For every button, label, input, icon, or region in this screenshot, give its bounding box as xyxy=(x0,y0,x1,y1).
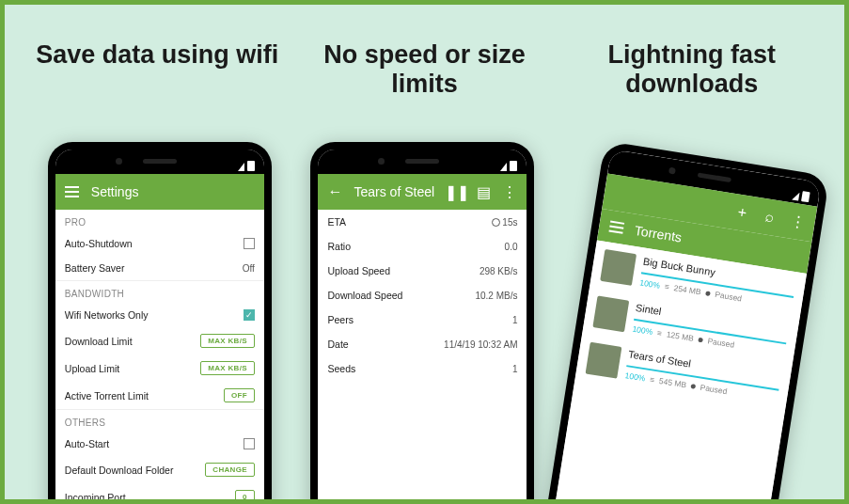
bars-icon: ≡ xyxy=(650,374,655,385)
details-content: ETA15sRatio0.0Upload Speed298 KB/sDownlo… xyxy=(318,210,527,504)
detail-label: ETA xyxy=(327,216,346,228)
signal-icon xyxy=(238,163,244,171)
more-icon[interactable]: ⋮ xyxy=(502,184,517,199)
page-title: Tears of Steel xyxy=(354,184,438,199)
size: 254 MB xyxy=(673,283,702,296)
dot-icon xyxy=(691,384,697,389)
detail-label: Upload Speed xyxy=(327,265,390,276)
signal-icon xyxy=(500,163,507,171)
settings-row[interactable]: Wifi Networks Only✓ xyxy=(55,303,264,327)
detail-row: Ratio0.0 xyxy=(318,234,527,259)
setting-label: Wifi Networks Only xyxy=(65,309,149,321)
phone-torrents: + ⌕ ⋮ Torrents Big Buck Bunny100% ≡ 254 … xyxy=(541,141,830,504)
app-bar: Settings xyxy=(55,174,264,210)
thumbnail xyxy=(600,249,637,286)
clock-icon xyxy=(492,218,500,227)
settings-row[interactable]: Incoming Port0 xyxy=(55,483,264,504)
page-title: Settings xyxy=(91,184,255,199)
headline-1: Save data using wifi xyxy=(24,40,291,99)
size: 545 MB xyxy=(658,376,687,389)
bars-icon: ≡ xyxy=(656,328,662,339)
headlines-row: Save data using wifi No speed or size li… xyxy=(5,5,844,118)
settings-row[interactable]: Battery SaverOff xyxy=(55,256,264,280)
detail-value: 10.2 MB/s xyxy=(475,291,517,301)
torrents-list: Big Buck Bunny100% ≡ 254 MB PausedSintel… xyxy=(549,241,807,504)
status: Paused xyxy=(707,336,735,349)
detail-row: Date11/4/19 10:32 AM xyxy=(318,332,527,356)
value-chip[interactable]: MAX KB/S xyxy=(200,334,255,348)
menu-icon[interactable] xyxy=(607,218,624,235)
menu-icon[interactable] xyxy=(65,184,80,199)
detail-label: Ratio xyxy=(327,241,351,252)
add-icon[interactable]: + xyxy=(733,204,750,221)
detail-row: Seeds1 xyxy=(318,356,527,381)
percent: 100% xyxy=(632,324,653,337)
section-pro: PRO xyxy=(55,210,264,231)
settings-row[interactable]: Default Download FolderCHANGE xyxy=(55,456,264,483)
setting-label: Download Limit xyxy=(65,336,133,347)
battery-icon xyxy=(247,161,255,171)
detail-value: 0.0 xyxy=(505,242,518,252)
search-icon[interactable]: ⌕ xyxy=(762,209,778,226)
size: 125 MB xyxy=(666,329,695,342)
battery-icon xyxy=(801,191,810,202)
phone-speaker xyxy=(143,159,177,164)
checkbox[interactable] xyxy=(244,438,255,449)
signal-icon xyxy=(792,192,799,201)
setting-label: Auto-Shutdown xyxy=(65,238,133,249)
status: Paused xyxy=(700,383,728,396)
pause-icon[interactable]: ❚❚ xyxy=(449,184,464,199)
setting-value: Off xyxy=(243,263,255,274)
value-chip[interactable]: 0 xyxy=(235,490,255,504)
detail-label: Date xyxy=(327,339,348,350)
settings-content: PRO Auto-ShutdownBattery SaverOff BANDWI… xyxy=(55,210,264,504)
detail-value: 1 xyxy=(512,315,518,325)
detail-row: ETA15s xyxy=(318,210,527,234)
detail-value: 11/4/19 10:32 AM xyxy=(444,339,517,350)
settings-row[interactable]: Auto-Shutdown xyxy=(55,231,264,256)
section-others: OTHERS xyxy=(55,409,264,432)
section-bandwidth: BANDWIDTH xyxy=(55,280,264,303)
setting-label: Default Download Folder xyxy=(65,465,174,476)
thumbnail xyxy=(593,295,630,332)
phone-settings: Settings PRO Auto-ShutdownBattery SaverO… xyxy=(48,142,272,504)
setting-label: Upload Limit xyxy=(65,363,119,374)
headline-2: No speed or size limits xyxy=(291,40,558,99)
detail-value: 1 xyxy=(512,364,518,374)
setting-label: Battery Saver xyxy=(65,262,125,274)
headline-3: Lightning fast downloads xyxy=(558,40,825,99)
percent: 100% xyxy=(624,370,646,383)
setting-label: Auto-Start xyxy=(65,438,109,449)
detail-value: 15s xyxy=(492,217,517,228)
detail-label: Seeds xyxy=(327,363,355,374)
phone-camera xyxy=(116,158,122,165)
promo-frame: Save data using wifi No speed or size li… xyxy=(0,0,849,504)
settings-row[interactable]: Active Torrent LimitOFF xyxy=(55,382,264,409)
detail-row: Peers1 xyxy=(318,307,527,332)
list-icon[interactable]: ▤ xyxy=(476,184,491,199)
settings-row[interactable]: Upload LimitMAX KB/S xyxy=(55,354,264,382)
detail-row: Download Speed10.2 MB/s xyxy=(318,283,527,307)
phones-row: Settings PRO Auto-ShutdownBattery SaverO… xyxy=(5,142,844,504)
value-chip[interactable]: OFF xyxy=(224,388,255,402)
bars-icon: ≡ xyxy=(664,281,669,291)
app-bar: ← Tears of Steel ❚❚ ▤ ⋮ xyxy=(318,174,527,210)
settings-row[interactable]: Auto-Start xyxy=(55,432,264,456)
percent: 100% xyxy=(639,277,661,290)
settings-row[interactable]: Download LimitMAX KB/S xyxy=(55,327,264,354)
phone-details: ← Tears of Steel ❚❚ ▤ ⋮ ETA15sRatio0.0Up… xyxy=(310,142,534,504)
phone-speaker xyxy=(405,159,439,164)
checkbox[interactable]: ✓ xyxy=(244,309,255,321)
detail-label: Peers xyxy=(327,314,353,325)
checkbox[interactable] xyxy=(244,238,255,249)
battery-icon xyxy=(510,161,517,171)
back-icon[interactable]: ← xyxy=(327,184,342,199)
value-chip[interactable]: MAX KB/S xyxy=(200,361,255,375)
detail-row: Upload Speed298 KB/s xyxy=(318,259,527,283)
more-icon[interactable]: ⋮ xyxy=(790,213,807,230)
setting-label: Incoming Port xyxy=(65,492,126,503)
dot-icon xyxy=(699,337,704,342)
status: Paused xyxy=(715,290,743,303)
value-chip[interactable]: CHANGE xyxy=(205,463,254,477)
dot-icon xyxy=(705,291,711,296)
